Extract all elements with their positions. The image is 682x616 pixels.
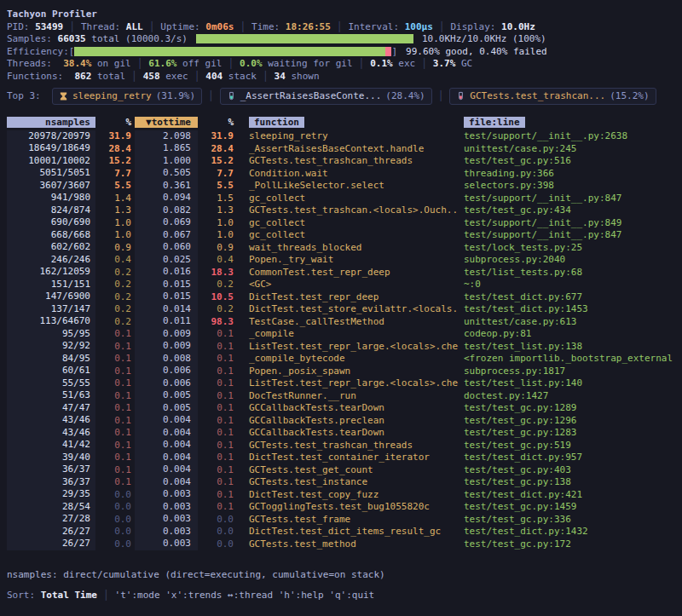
bracket-close: ] [391,46,397,57]
cumulative-pct-cell: 0.1 [198,476,237,487]
cumulative-pct-cell: 0.1 [198,341,237,352]
divider [433,21,451,32]
col-nsamples[interactable]: nsamples [7,117,95,128]
table-row[interactable]: 27/28 0.0 0.003 0.0 GCTests.test_frame t… [7,513,675,526]
table-row[interactable]: 84/95 0.1 0.008 0.1 _compile_bytecode <f… [7,353,675,366]
cumulative-pct-cell: 0.1 [198,452,237,463]
table-row[interactable]: 10001/10002 15.2 1.000 15.2 GCTests.test… [7,155,675,168]
tottime-cell: 0.015 [135,291,198,303]
table-row[interactable]: 5051/5051 7.7 0.505 7.7 Condition.wait t… [7,167,675,180]
table-row[interactable]: 137/147 0.2 0.014 0.2 DictTest.test_stor… [7,303,675,316]
table-row[interactable]: 3607/3607 5.5 0.361 5.5 _PollLikeSelecto… [7,180,675,193]
table-row[interactable]: 26/27 0.0 0.003 0.0 GCTests.test_method … [7,538,675,550]
divider [234,21,251,32]
direct-pct-cell: 5.5 [95,180,135,191]
table-row[interactable]: 668/668 1.0 0.067 1.0 gc_collect test/su… [7,229,675,242]
col-tottime-sorted[interactable]: ▼tottime [135,117,198,128]
direct-pct-cell: 15.2 [95,155,135,166]
table-row[interactable]: 43/46 0.1 0.004 0.1 GCCallbackTests.tear… [7,427,675,440]
direct-pct-cell: 0.0 [95,501,135,512]
col-pct-cumulative[interactable]: % [198,117,237,128]
divider [202,90,220,101]
table-row[interactable]: 41/42 0.1 0.004 0.1 GCTests.test_trashca… [7,439,675,452]
direct-pct-cell: 0.2 [95,291,135,302]
function-cell: <GC> [237,279,459,290]
nsamples-cell: 92/92 [7,340,95,353]
top3-item-name: _AssertRaisesBaseConte... [240,90,382,101]
col-file-line[interactable]: file:line [464,117,525,128]
divider [188,71,206,82]
divider [143,21,161,32]
table-row[interactable]: 113/64670 0.2 0.011 98.3 TestCase._callT… [7,315,675,328]
file-line-cell: selectors.py:398 [459,180,675,191]
table-row[interactable]: 941/980 1.4 0.094 1.5 gc_collect test/su… [7,192,675,204]
direct-pct-cell: 0.1 [95,476,135,487]
functions-shown-value: 34 [275,71,286,82]
nsamples-cell: 162/12059 [7,266,95,279]
nsamples-cell: 246/246 [7,254,95,267]
cumulative-pct-cell: 18.3 [198,267,237,278]
table-row[interactable]: 18649/18649 28.4 1.865 28.4 _AssertRaise… [7,142,675,155]
table-row[interactable]: 246/246 0.4 0.025 0.4 Popen._try_wait su… [7,254,675,267]
function-cell: GCTests.test_get_count [237,464,459,475]
status-bar: PID: 53499 Thread: ALL Uptime: 0m06s Tim… [7,20,675,33]
table-row[interactable]: 39/40 0.1 0.004 0.1 DictTest.test_contai… [7,452,675,464]
efficiency-good-segment [74,47,385,56]
table-row[interactable]: 55/55 0.1 0.006 0.1 ListTest.test_repr_l… [7,377,675,390]
nsamples-cell: 27/28 [7,513,95,526]
direct-pct-cell: 0.1 [95,341,135,352]
table-row[interactable]: 95/95 0.1 0.009 0.1 _compile codeop.py:8… [7,328,675,341]
table-row[interactable]: 824/874 1.3 0.082 1.3 GCTests.test_trash… [7,204,675,217]
thread-value[interactable]: ALL [126,21,143,32]
hourglass-icon [59,91,68,101]
file-line-cell: subprocess.py:1817 [459,366,675,377]
file-line-cell: test/list_tests.py:68 [459,267,675,278]
tottime-cell: 0.361 [135,180,198,193]
table-row[interactable]: 29/35 0.0 0.003 0.1 DictTest.test_copy_f… [7,488,675,501]
table-row[interactable]: 43/46 0.1 0.004 0.1 GCCallbackTests.prec… [7,414,675,427]
table-row[interactable]: 147/6900 0.2 0.015 10.5 DictTest.test_re… [7,291,675,303]
top3-item-pct: (28.4%) [385,90,425,101]
table-row[interactable]: 36/37 0.1 0.004 0.1 GCTests.test_get_cou… [7,463,675,476]
nsamples-cell: 47/47 [7,402,95,415]
table-row[interactable]: 20978/20979 31.9 2.098 31.9 sleeping_ret… [7,130,675,143]
top3-item-1[interactable]: sleeping_retry (31.9%) [52,88,202,105]
cumulative-pct-cell: 0.1 [198,366,237,377]
nsamples-cell: 51/63 [7,389,95,402]
time-value: 18:26:55 [286,21,331,32]
sort-value[interactable]: Total Time [41,590,97,601]
table-row[interactable]: 28/54 0.0 0.003 0.1 GCTogglingTests.test… [7,501,675,514]
table-row[interactable]: 602/602 0.9 0.060 0.9 wait_threads_block… [7,241,675,254]
top3-item-3[interactable]: GCTests.test_trashcan... (15.2%) [449,88,656,105]
direct-pct-cell: 0.1 [95,390,135,401]
table-row[interactable]: 51/63 0.1 0.005 0.1 DocTestRunner.__run … [7,389,675,402]
file-line-cell: test/test_dict.py:1453 [459,303,675,314]
table-row[interactable]: 47/47 0.1 0.005 0.1 GCCallbackTests.tear… [7,402,675,415]
nsamples-cell: 84/95 [7,353,95,366]
table-row[interactable]: 690/690 1.0 0.069 1.0 gc_collect test/su… [7,216,675,229]
cumulative-pct-cell: 0.1 [198,489,237,500]
tottime-cell: 0.009 [135,340,198,353]
divider [222,58,240,69]
col-function[interactable]: function [249,117,304,128]
display-value: 10.0Hz [501,21,535,32]
top3-item-2[interactable]: _AssertRaisesBaseConte... (28.4%) [220,88,432,105]
nsamples-cell: 36/37 [7,463,95,476]
table-row[interactable]: 60/61 0.1 0.006 0.1 Popen._posix_spawn s… [7,365,675,377]
table-row[interactable]: 162/12059 0.2 0.016 18.3 CommonTest.test… [7,266,675,279]
cumulative-pct-cell: 1.0 [198,229,237,240]
table-row[interactable]: 26/27 0.0 0.003 0.0 DictTest.test_dict_i… [7,526,675,538]
function-cell: GCTests.test_frame [237,514,459,525]
nsamples-cell: 26/27 [7,538,95,550]
col-pct-direct[interactable]: % [95,117,135,128]
cumulative-pct-cell: 0.1 [198,390,237,401]
cumulative-pct-cell: 0.1 [198,402,237,413]
function-cell: GCTests.test_method [237,538,459,550]
table-row[interactable]: 92/92 0.1 0.009 0.1 ListTest.test_repr_l… [7,340,675,353]
table-row[interactable]: 151/151 0.2 0.015 0.2 <GC> ~:0 [7,279,675,291]
nsamples-cell: 95/95 [7,328,95,341]
direct-pct-cell: 0.1 [95,464,135,475]
direct-pct-cell: 0.2 [95,303,135,314]
table-row[interactable]: 36/37 0.1 0.004 0.1 GCTests.test_instanc… [7,476,675,489]
cumulative-pct-cell: 0.1 [198,464,237,475]
